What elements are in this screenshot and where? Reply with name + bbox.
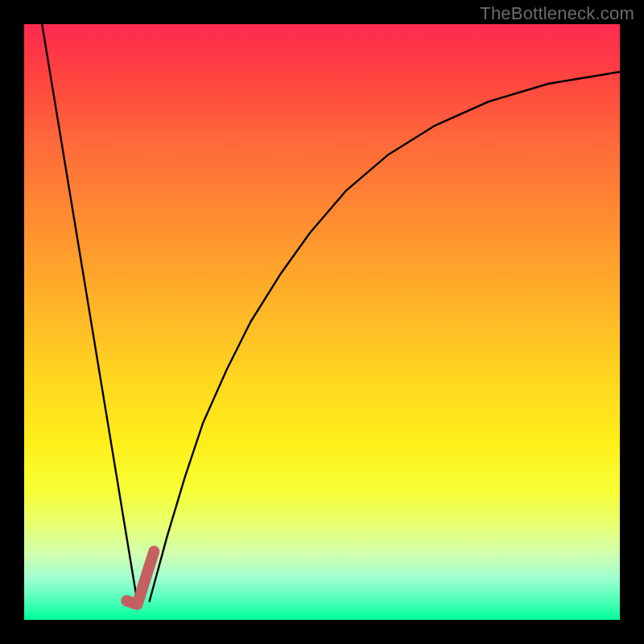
chart-svg [24,24,620,620]
chart-container: TheBottleneck.com [0,0,644,644]
series-left-linear-descent [42,24,137,602]
watermark-text: TheBottleneck.com [480,3,634,24]
plot-area [24,24,620,620]
series-right-log-ascent [149,72,620,602]
